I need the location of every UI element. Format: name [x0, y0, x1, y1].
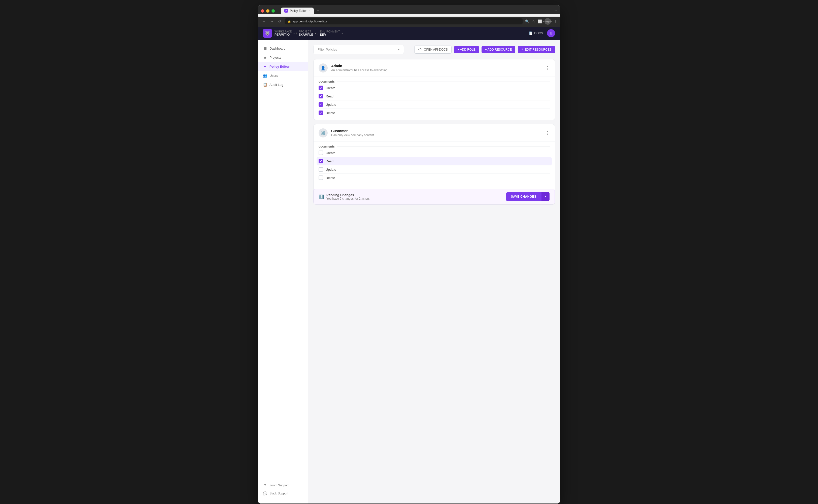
pending-title: Pending Changes: [326, 193, 370, 197]
sidebar-label-audit-log: Audit Log: [269, 83, 283, 87]
save-changes-btn[interactable]: SAVE CHANGES: [506, 192, 542, 201]
slack-support-icon: 💬: [263, 491, 267, 495]
breadcrumb-environment[interactable]: ENVIRONMENT DEV ▾: [320, 30, 343, 37]
pending-banner: ℹ️ Pending Changes You have 5 changes fo…: [313, 189, 555, 204]
breadcrumb: WORKSPACE PERMIT.IO ▾ / PROJECT EXAMPLE …: [274, 30, 343, 37]
active-tab[interactable]: P Policy Editor ×: [281, 8, 314, 14]
main-content: Filter Policies ▾ </> OPEN API-DOCS + AD…: [308, 40, 560, 503]
audit-log-icon: 📋: [263, 83, 267, 87]
traffic-light-green[interactable]: [271, 9, 275, 13]
policy-card-customer: ⚙️ Customer Can only view company conten…: [313, 124, 555, 205]
window-controls: ⋯: [554, 9, 557, 13]
admin-more-btn[interactable]: ⋮: [545, 66, 550, 70]
customer-create-checkbox[interactable]: [318, 151, 323, 155]
edit-resources-btn[interactable]: ✎ EDIT RESOURCES: [518, 46, 555, 53]
pending-icon: ℹ️: [319, 194, 324, 199]
dashboard-icon: ▦: [263, 46, 267, 50]
pending-description: You have 5 changes for 2 actors: [326, 197, 370, 200]
more-btn[interactable]: ⋮: [554, 19, 557, 23]
env-value: DEV: [320, 33, 340, 37]
customer-permissions: documents Create Read: [313, 142, 555, 185]
search-btn[interactable]: 🔍: [525, 19, 530, 23]
add-role-btn[interactable]: + ADD ROLE: [454, 46, 479, 53]
admin-permissions: documents Create Read: [313, 77, 555, 120]
admin-role-desc: An Administrator has access to everythin…: [331, 68, 388, 72]
admin-create-label: Create: [326, 86, 335, 90]
admin-read-checkbox[interactable]: [318, 94, 323, 98]
back-btn[interactable]: ←: [261, 18, 266, 24]
sidebar-label-projects: Projects: [269, 56, 281, 59]
workspace-chevron: ▾: [293, 32, 295, 35]
sidebar-item-dashboard[interactable]: ▦ Dashboard: [258, 44, 308, 53]
tab-favicon: P: [284, 9, 288, 13]
admin-delete-checkbox[interactable]: [318, 111, 323, 115]
policy-card-admin: 👤 Admin An Administrator has access to e…: [313, 59, 555, 120]
customer-read-label: Read: [326, 159, 333, 163]
breadcrumb-workspace[interactable]: WORKSPACE PERMIT.IO ▾: [274, 30, 295, 37]
logo-icon: 🐺: [265, 31, 270, 36]
api-docs-label: OPEN API-DOCS: [424, 48, 448, 51]
sidebar-item-projects[interactable]: ◈ Projects: [258, 53, 308, 62]
env-chevron: ▾: [341, 32, 343, 35]
user-avatar[interactable]: U: [547, 29, 555, 37]
app-logo[interactable]: 🐺: [263, 29, 272, 38]
sidebar-item-policy-editor[interactable]: ✦ Policy Editor: [258, 62, 308, 71]
customer-read-checkbox[interactable]: [318, 159, 323, 163]
tab-title: Policy Editor: [290, 9, 307, 13]
users-icon: 👥: [263, 74, 267, 78]
admin-role-name: Admin: [331, 64, 388, 68]
open-api-docs-btn[interactable]: </> OPEN API-DOCS: [414, 46, 452, 54]
forward-btn[interactable]: →: [269, 18, 274, 24]
customer-role-name: Customer: [331, 129, 375, 133]
profile-label: Incognito: [543, 20, 553, 23]
customer-delete-checkbox[interactable]: [318, 175, 323, 180]
docs-icon: 📄: [529, 31, 533, 35]
sidebar-label-users: Users: [269, 74, 278, 78]
url-text: app.permit.io/policy-editor: [293, 20, 327, 23]
admin-perm-update: Update: [318, 100, 550, 109]
docs-label: DOCS: [534, 31, 543, 35]
sidebar-item-slack-support[interactable]: 💬 Slack Support: [258, 489, 308, 497]
env-label: ENVIRONMENT: [320, 30, 340, 33]
edit-resources-label: ✎ EDIT RESOURCES: [521, 48, 552, 51]
customer-avatar: ⚙️: [318, 128, 328, 137]
filter-dropdown[interactable]: Filter Policies ▾: [313, 45, 404, 54]
customer-update-label: Update: [326, 168, 336, 171]
sep-2: /: [317, 31, 318, 35]
sidebar-toggle-btn[interactable]: ⬜: [538, 19, 542, 23]
sidebar-item-audit-log[interactable]: 📋 Audit Log: [258, 80, 308, 89]
policy-editor-icon: ✦: [263, 64, 267, 68]
profile-btn[interactable]: Incognito: [545, 18, 551, 25]
project-chevron: ▾: [315, 32, 316, 35]
admin-resource-name: documents: [318, 80, 335, 83]
toolbar: Filter Policies ▾ </> OPEN API-DOCS + AD…: [313, 45, 555, 54]
admin-create-checkbox[interactable]: [318, 86, 323, 90]
breadcrumb-project[interactable]: PROJECT EXAMPLE ▾: [299, 30, 316, 37]
workspace-label: WORKSPACE: [274, 30, 292, 33]
customer-create-label: Create: [326, 151, 335, 155]
projects-icon: ◈: [263, 55, 267, 59]
traffic-light-red[interactable]: [261, 9, 264, 13]
address-bar[interactable]: 🔒 app.permit.io/policy-editor: [284, 18, 523, 24]
customer-more-btn[interactable]: ⋮: [545, 131, 550, 135]
dismiss-pending-btn[interactable]: ×: [542, 192, 550, 201]
lock-icon: 🔒: [287, 20, 291, 23]
refresh-btn[interactable]: ↺: [277, 18, 282, 24]
zoom-support-icon: ?: [263, 483, 267, 487]
customer-role-desc: Can only view company content.: [331, 133, 375, 137]
admin-perm-create: Create: [318, 84, 550, 92]
filter-placeholder: Filter Policies: [317, 48, 337, 51]
traffic-light-yellow[interactable]: [266, 9, 269, 13]
sidebar-item-zoom-support[interactable]: ? Zoom Support: [258, 481, 308, 489]
workspace-value: PERMIT.IO: [274, 33, 292, 37]
sidebar-item-users[interactable]: 👥 Users: [258, 71, 308, 80]
customer-perm-update: Update: [318, 165, 550, 174]
admin-update-checkbox[interactable]: [318, 102, 323, 107]
star-btn[interactable]: ☆: [532, 19, 535, 23]
docs-btn[interactable]: 📄 DOCS: [529, 31, 543, 35]
add-resource-btn[interactable]: + ADD RESOURCE: [482, 46, 515, 53]
tab-close-btn[interactable]: ×: [309, 9, 310, 12]
project-value: EXAMPLE: [299, 33, 313, 37]
customer-update-checkbox[interactable]: [318, 167, 323, 172]
new-tab-btn[interactable]: +: [315, 8, 321, 14]
